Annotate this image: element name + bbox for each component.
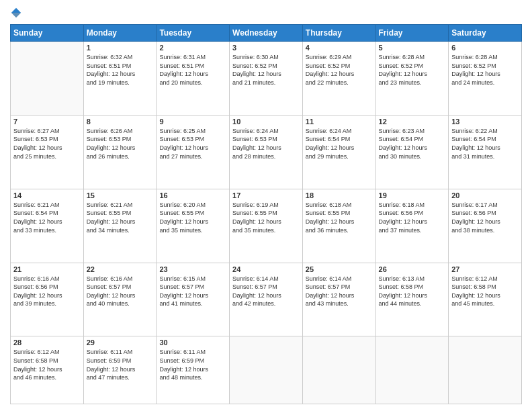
calendar-week-row: 21Sunrise: 6:16 AM Sunset: 6:56 PM Dayli… (11, 263, 522, 336)
column-header-monday: Monday (83, 25, 157, 42)
calendar-cell (375, 336, 449, 404)
calendar-week-row: 28Sunrise: 6:12 AM Sunset: 6:58 PM Dayli… (11, 336, 522, 404)
day-number: 27 (451, 265, 519, 273)
day-number: 2 (159, 44, 226, 52)
calendar-cell: 2Sunrise: 6:31 AM Sunset: 6:51 PM Daylig… (157, 42, 230, 116)
day-info: Sunrise: 6:13 AM Sunset: 6:58 PM Dayligh… (379, 275, 446, 308)
calendar-cell: 15Sunrise: 6:21 AM Sunset: 6:55 PM Dayli… (83, 189, 157, 263)
svg-marker-0 (11, 8, 21, 13)
day-info: Sunrise: 6:28 AM Sunset: 6:52 PM Dayligh… (451, 53, 519, 87)
calendar-cell: 23Sunrise: 6:15 AM Sunset: 6:57 PM Dayli… (157, 263, 230, 336)
svg-marker-1 (11, 13, 21, 17)
day-number: 28 (13, 338, 81, 347)
calendar-cell: 29Sunrise: 6:11 AM Sunset: 6:59 PM Dayli… (83, 336, 157, 404)
calendar-cell: 8Sunrise: 6:26 AM Sunset: 6:53 PM Daylig… (83, 115, 157, 189)
column-header-thursday: Thursday (302, 25, 375, 42)
day-number: 22 (87, 265, 154, 273)
logo (10, 7, 24, 19)
day-info: Sunrise: 6:24 AM Sunset: 6:54 PM Dayligh… (306, 127, 373, 161)
day-info: Sunrise: 6:11 AM Sunset: 6:59 PM Dayligh… (87, 348, 154, 381)
day-info: Sunrise: 6:21 AM Sunset: 6:54 PM Dayligh… (13, 201, 81, 234)
column-header-friday: Friday (375, 25, 449, 42)
column-header-sunday: Sunday (11, 25, 84, 42)
calendar-cell: 16Sunrise: 6:20 AM Sunset: 6:55 PM Dayli… (157, 189, 230, 263)
calendar-cell: 22Sunrise: 6:16 AM Sunset: 6:57 PM Dayli… (83, 263, 157, 336)
calendar-cell: 19Sunrise: 6:18 AM Sunset: 6:56 PM Dayli… (375, 189, 449, 263)
day-number: 21 (13, 265, 81, 273)
calendar-cell: 28Sunrise: 6:12 AM Sunset: 6:58 PM Dayli… (11, 336, 84, 404)
column-header-tuesday: Tuesday (157, 25, 230, 42)
day-number: 10 (232, 118, 300, 126)
calendar-cell: 30Sunrise: 6:11 AM Sunset: 6:59 PM Dayli… (157, 336, 230, 404)
day-number: 17 (232, 191, 300, 199)
calendar-cell: 10Sunrise: 6:24 AM Sunset: 6:53 PM Dayli… (230, 115, 303, 189)
column-header-saturday: Saturday (449, 25, 522, 42)
calendar-cell: 5Sunrise: 6:28 AM Sunset: 6:52 PM Daylig… (375, 42, 449, 116)
day-number: 23 (159, 265, 226, 273)
day-info: Sunrise: 6:24 AM Sunset: 6:53 PM Dayligh… (232, 127, 300, 161)
day-number: 8 (87, 118, 154, 126)
column-header-wednesday: Wednesday (230, 25, 303, 42)
day-number: 29 (87, 338, 154, 347)
day-number: 1 (87, 44, 154, 52)
day-info: Sunrise: 6:12 AM Sunset: 6:58 PM Dayligh… (13, 348, 81, 381)
calendar-cell: 24Sunrise: 6:14 AM Sunset: 6:57 PM Dayli… (230, 263, 303, 336)
day-info: Sunrise: 6:17 AM Sunset: 6:56 PM Dayligh… (451, 201, 519, 234)
day-info: Sunrise: 6:20 AM Sunset: 6:55 PM Dayligh… (159, 201, 226, 234)
day-info: Sunrise: 6:30 AM Sunset: 6:52 PM Dayligh… (232, 53, 300, 87)
day-number: 7 (13, 118, 81, 126)
calendar-cell: 1Sunrise: 6:32 AM Sunset: 6:51 PM Daylig… (83, 42, 157, 116)
calendar-cell: 27Sunrise: 6:12 AM Sunset: 6:58 PM Dayli… (449, 263, 522, 336)
calendar-week-row: 14Sunrise: 6:21 AM Sunset: 6:54 PM Dayli… (11, 189, 522, 263)
day-number: 16 (159, 191, 226, 199)
day-number: 19 (379, 191, 446, 199)
calendar-header-row: SundayMondayTuesdayWednesdayThursdayFrid… (11, 25, 522, 42)
calendar-cell: 26Sunrise: 6:13 AM Sunset: 6:58 PM Dayli… (375, 263, 449, 336)
day-info: Sunrise: 6:18 AM Sunset: 6:55 PM Dayligh… (306, 201, 373, 234)
calendar-cell: 17Sunrise: 6:19 AM Sunset: 6:55 PM Dayli… (230, 189, 303, 263)
day-number: 20 (451, 191, 519, 199)
day-info: Sunrise: 6:21 AM Sunset: 6:55 PM Dayligh… (87, 201, 154, 234)
calendar-cell: 18Sunrise: 6:18 AM Sunset: 6:55 PM Dayli… (302, 189, 375, 263)
calendar-cell: 25Sunrise: 6:14 AM Sunset: 6:57 PM Dayli… (302, 263, 375, 336)
calendar-cell: 3Sunrise: 6:30 AM Sunset: 6:52 PM Daylig… (230, 42, 303, 116)
day-number: 4 (306, 44, 373, 52)
day-number: 11 (306, 118, 373, 126)
day-info: Sunrise: 6:14 AM Sunset: 6:57 PM Dayligh… (232, 275, 300, 308)
day-number: 30 (159, 338, 226, 347)
day-number: 5 (379, 44, 446, 52)
day-number: 12 (379, 118, 446, 126)
day-info: Sunrise: 6:22 AM Sunset: 6:54 PM Dayligh… (451, 127, 519, 161)
day-info: Sunrise: 6:16 AM Sunset: 6:56 PM Dayligh… (13, 275, 81, 308)
day-number: 24 (232, 265, 300, 273)
calendar-cell (302, 336, 375, 404)
logo-icon (10, 7, 22, 19)
day-number: 3 (232, 44, 300, 52)
day-info: Sunrise: 6:29 AM Sunset: 6:52 PM Dayligh… (306, 53, 373, 87)
day-info: Sunrise: 6:12 AM Sunset: 6:58 PM Dayligh… (451, 275, 519, 308)
day-number: 13 (451, 118, 519, 126)
calendar-cell: 13Sunrise: 6:22 AM Sunset: 6:54 PM Dayli… (449, 115, 522, 189)
day-info: Sunrise: 6:32 AM Sunset: 6:51 PM Dayligh… (87, 53, 154, 87)
day-number: 26 (379, 265, 446, 273)
day-info: Sunrise: 6:26 AM Sunset: 6:53 PM Dayligh… (87, 127, 154, 161)
day-info: Sunrise: 6:28 AM Sunset: 6:52 PM Dayligh… (379, 53, 446, 87)
header (10, 7, 522, 19)
day-info: Sunrise: 6:16 AM Sunset: 6:57 PM Dayligh… (87, 275, 154, 308)
calendar-cell: 12Sunrise: 6:23 AM Sunset: 6:54 PM Dayli… (375, 115, 449, 189)
calendar-cell: 6Sunrise: 6:28 AM Sunset: 6:52 PM Daylig… (449, 42, 522, 116)
day-number: 6 (451, 44, 519, 52)
day-number: 15 (87, 191, 154, 199)
day-info: Sunrise: 6:18 AM Sunset: 6:56 PM Dayligh… (379, 201, 446, 234)
day-info: Sunrise: 6:19 AM Sunset: 6:55 PM Dayligh… (232, 201, 300, 234)
calendar-cell (230, 336, 303, 404)
day-number: 25 (306, 265, 373, 273)
calendar-week-row: 1Sunrise: 6:32 AM Sunset: 6:51 PM Daylig… (11, 42, 522, 116)
day-number: 9 (159, 118, 226, 126)
calendar-cell (449, 336, 522, 404)
day-number: 18 (306, 191, 373, 199)
calendar-cell: 21Sunrise: 6:16 AM Sunset: 6:56 PM Dayli… (11, 263, 84, 336)
day-info: Sunrise: 6:27 AM Sunset: 6:53 PM Dayligh… (13, 127, 81, 161)
calendar-table: SundayMondayTuesdayWednesdayThursdayFrid… (10, 24, 522, 404)
day-number: 14 (13, 191, 81, 199)
